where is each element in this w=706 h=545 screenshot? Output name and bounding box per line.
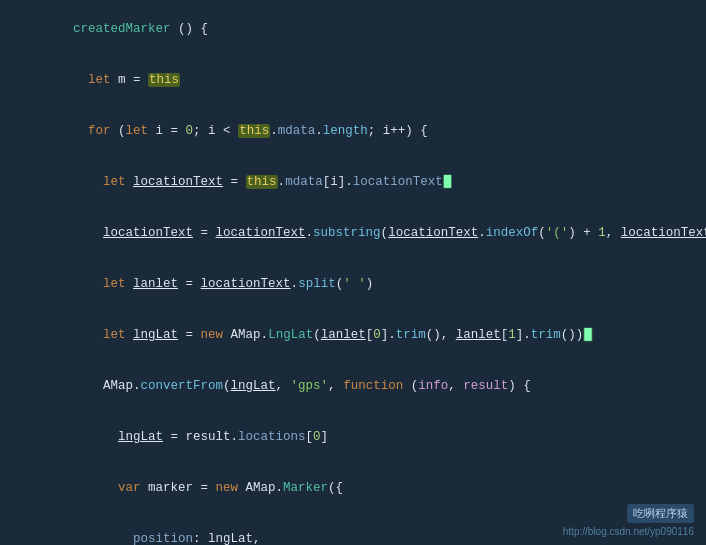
code-line-6: let lanlet = locationText.split(' ') bbox=[0, 259, 706, 310]
watermark-url: http://blog.csdn.net/yp090116 bbox=[563, 526, 694, 537]
code-line-5: locationText = locationText.substring(lo… bbox=[0, 208, 706, 259]
code-line-4: let locationText = this.mdata[i].locatio… bbox=[0, 157, 706, 208]
watermark: 吃咧程序猿 http://blog.csdn.net/yp090116 bbox=[563, 504, 694, 537]
code-line-7: let lngLat = new AMap.LngLat(lanlet[0].t… bbox=[0, 310, 706, 361]
line-content: locationText = locationText.substring(lo… bbox=[28, 208, 706, 259]
watermark-logo: 吃咧程序猿 bbox=[627, 504, 694, 523]
code-line-3: for (let i = 0; i < this.mdata.length; i… bbox=[0, 106, 706, 157]
line-content: createdMarker () { bbox=[28, 4, 698, 55]
line-content: let locationText = this.mdata[i].locatio… bbox=[28, 157, 698, 208]
code-editor: createdMarker () { let m = this for (let… bbox=[0, 0, 706, 545]
code-line-8: AMap.convertFrom(lngLat, 'gps', function… bbox=[0, 361, 706, 412]
line-content: let m = this bbox=[28, 55, 698, 106]
code-line-2: let m = this bbox=[0, 55, 706, 106]
line-content: AMap.convertFrom(lngLat, 'gps', function… bbox=[28, 361, 698, 412]
line-content: let lngLat = new AMap.LngLat(lanlet[0].t… bbox=[28, 310, 698, 361]
line-content: let lanlet = locationText.split(' ') bbox=[28, 259, 698, 310]
code-line-9: lngLat = result.locations[0] bbox=[0, 412, 706, 463]
line-content: lngLat = result.locations[0] bbox=[28, 412, 698, 463]
line-content: for (let i = 0; i < this.mdata.length; i… bbox=[28, 106, 698, 157]
code-line-1: createdMarker () { bbox=[0, 4, 706, 55]
